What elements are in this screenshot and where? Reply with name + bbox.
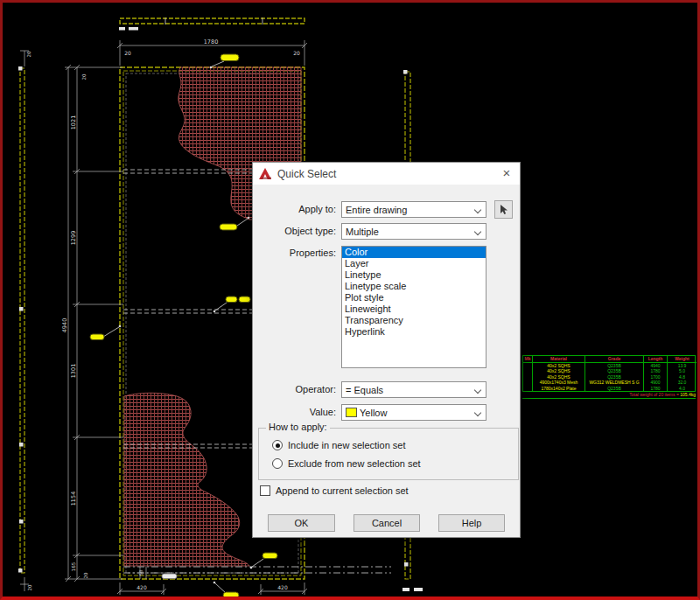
- label-tag: [90, 325, 121, 340]
- bom-cell: 1780: [644, 386, 668, 392]
- bom-cell: 1780x140x2 Plate: [533, 386, 585, 392]
- apply-to-value: Entire drawing: [346, 205, 407, 215]
- bom-total-value: 105.4kg: [680, 392, 696, 397]
- properties-item-hyperlink[interactable]: Hyperlink: [342, 326, 486, 338]
- object-type-value: Multiple: [346, 227, 379, 237]
- include-option-label: Include in new selection set: [288, 440, 406, 450]
- dim-label: 20: [293, 50, 300, 56]
- chevron-down-icon: [474, 387, 481, 394]
- operator-dropdown[interactable]: = Equals: [341, 381, 486, 398]
- autocad-drawing-screen: 1780 20 20 1021 1299 1301 1154 165 4940 …: [0, 0, 700, 600]
- dim-label: 1154: [70, 492, 77, 506]
- left-thin-bar: [18, 66, 24, 573]
- bom-cell: 4.0: [668, 386, 696, 392]
- select-objects-button[interactable]: [494, 200, 513, 219]
- properties-label: Properties:: [253, 248, 336, 258]
- close-icon[interactable]: ×: [499, 165, 514, 181]
- dim-label: 1780: [204, 38, 219, 45]
- top-bar: [119, 17, 304, 31]
- how-to-apply-label: How to apply:: [266, 422, 330, 432]
- bom-header-grade: Grade: [585, 356, 644, 363]
- label-tag: [210, 54, 239, 68]
- chevron-down-icon: [474, 228, 481, 235]
- quick-select-dialog: Quick Select × Apply to: Entire drawing …: [252, 162, 521, 538]
- dim-label: 20: [81, 73, 87, 80]
- apply-to-dropdown[interactable]: Entire drawing: [341, 201, 486, 218]
- label-tag: [214, 297, 250, 312]
- exclude-option-label: Exclude from new selection set: [288, 458, 421, 469]
- ok-button[interactable]: OK: [268, 514, 335, 532]
- radio-unselected-icon[interactable]: [272, 458, 283, 469]
- properties-item-linetype[interactable]: Linetype: [342, 269, 486, 281]
- yellow-color-swatch-icon: [346, 408, 357, 417]
- white-tag: [162, 574, 177, 579]
- bom-header-weight: Weight: [668, 356, 696, 363]
- object-type-dropdown[interactable]: Multiple: [341, 223, 486, 240]
- cancel-button[interactable]: Cancel: [354, 514, 420, 532]
- value-label: Value:: [253, 407, 336, 417]
- autocad-logo-icon: [259, 168, 271, 180]
- bom-table: Mk Material Grade Length Weight 40x2 SQH…: [522, 355, 696, 399]
- properties-item-lineweight[interactable]: Lineweight: [342, 303, 486, 315]
- append-checkbox-label: Append to current selection set: [276, 485, 409, 496]
- operator-value: = Equals: [346, 385, 383, 395]
- hatch-bottom: [124, 393, 249, 566]
- properties-item-plot-style[interactable]: Plot style: [342, 292, 486, 303]
- dim-label: 420: [277, 584, 288, 590]
- dim-label: 1021: [70, 115, 77, 130]
- dim-label: 20: [27, 584, 32, 590]
- label-tag: [220, 217, 249, 230]
- object-type-label: Object type:: [253, 226, 336, 236]
- dialog-titlebar[interactable]: Quick Select ×: [253, 163, 520, 185]
- properties-listbox[interactable]: Color Layer Linetype Linetype scale Plot…: [341, 246, 486, 368]
- include-radio-option[interactable]: Include in new selection set: [272, 440, 406, 450]
- properties-item-color[interactable]: Color: [342, 247, 486, 258]
- dim-label: 1299: [70, 231, 77, 246]
- radio-selected-icon[interactable]: [272, 440, 283, 450]
- apply-to-label: Apply to:: [253, 204, 336, 214]
- properties-item-transparency[interactable]: Transparency: [342, 315, 486, 326]
- label-tag: [214, 582, 239, 598]
- dim-label: 420: [136, 584, 147, 590]
- properties-item-linetype-scale[interactable]: Linetype scale: [342, 281, 486, 292]
- bom-header-length: Length: [644, 356, 668, 363]
- bom-cell: Q235B: [585, 386, 644, 392]
- value-dropdown[interactable]: Yellow: [341, 404, 486, 421]
- properties-item-layer[interactable]: Layer: [342, 258, 486, 269]
- value-value: Yellow: [360, 408, 387, 418]
- operator-label: Operator:: [253, 384, 336, 394]
- bom-total: Total weight of 20 items = 105.4kg: [522, 392, 696, 399]
- dim-label: 165: [71, 562, 76, 571]
- label-tag: [250, 553, 277, 569]
- dim-label: 20: [124, 50, 131, 56]
- dialog-title: Quick Select: [277, 168, 336, 180]
- dim-label: 20: [83, 572, 88, 578]
- bom-header-material: Material: [533, 356, 585, 363]
- bom-header-mk: Mk: [523, 356, 533, 363]
- dim-label: 4940: [61, 318, 68, 333]
- checkbox-unchecked-icon[interactable]: [260, 485, 270, 496]
- bom-total-label: Total weight of 20 items =: [629, 392, 680, 397]
- select-objects-icon: [498, 204, 509, 215]
- bom-cell: [523, 386, 533, 392]
- append-checkbox-row[interactable]: Append to current selection set: [260, 485, 409, 496]
- chevron-down-icon: [474, 206, 481, 213]
- exclude-radio-option[interactable]: Exclude from new selection set: [272, 458, 421, 469]
- dim-label: 20: [26, 51, 32, 57]
- how-to-apply-group: How to apply: Include in new selection s…: [258, 428, 519, 480]
- help-button[interactable]: Help: [438, 514, 505, 532]
- dim-label: 58: [138, 570, 144, 576]
- chevron-down-icon: [474, 409, 481, 416]
- dim-label: 1301: [70, 364, 77, 379]
